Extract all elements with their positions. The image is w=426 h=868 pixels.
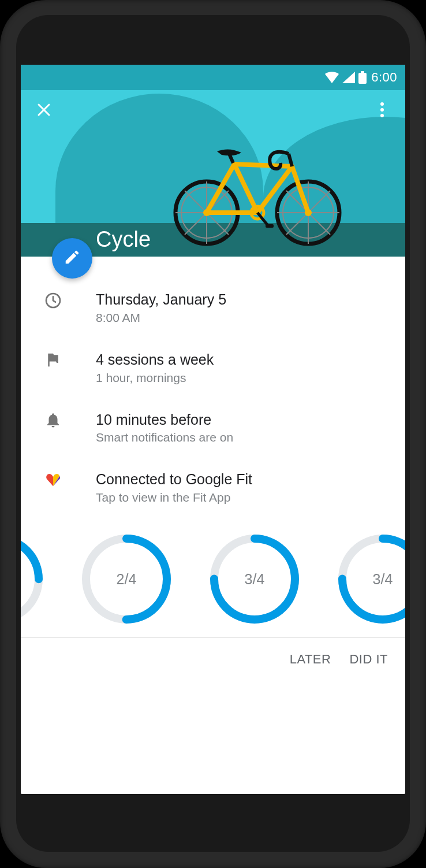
action-bar: LATER DID IT bbox=[21, 637, 405, 681]
status-bar: 6:00 bbox=[21, 65, 405, 90]
bicycle-icon bbox=[171, 138, 344, 247]
svg-rect-1 bbox=[358, 73, 367, 84]
progress-ring[interactable]: 3/4 bbox=[208, 532, 301, 626]
progress-ring[interactable]: 2/4 bbox=[80, 532, 173, 626]
detail-list: Thursday, January 5 8:00 AM 4 sessions a… bbox=[21, 257, 405, 637]
progress-ring-strip[interactable]: 1/42/43/43/4 bbox=[21, 517, 405, 637]
progress-ring[interactable]: 3/4 bbox=[336, 532, 405, 626]
fit-primary: Connected to Google Fit bbox=[96, 470, 389, 489]
svg-point-36 bbox=[380, 102, 384, 106]
goal-primary: 4 sessions a week bbox=[96, 350, 389, 370]
svg-line-19 bbox=[308, 213, 330, 235]
progress-ring-label: 2/4 bbox=[80, 532, 173, 626]
fit-secondary: Tap to view in the Fit App bbox=[96, 491, 389, 505]
progress-ring-label: 3/4 bbox=[208, 532, 301, 626]
goal-title: Cycle bbox=[96, 227, 151, 252]
screen: 6:00 bbox=[21, 65, 405, 794]
svg-point-37 bbox=[380, 108, 384, 112]
clock-icon bbox=[37, 290, 69, 310]
svg-line-10 bbox=[185, 213, 207, 235]
notify-secondary: Smart notifications are on bbox=[96, 431, 389, 444]
close-icon bbox=[36, 102, 51, 120]
svg-point-38 bbox=[380, 114, 384, 117]
later-button[interactable]: LATER bbox=[290, 652, 331, 667]
svg-line-25 bbox=[207, 164, 234, 213]
battery-icon bbox=[358, 71, 367, 84]
bell-icon bbox=[37, 410, 69, 429]
svg-line-9 bbox=[207, 213, 229, 235]
pencil-icon bbox=[63, 248, 81, 268]
svg-point-35 bbox=[305, 209, 312, 216]
row-google-fit[interactable]: Connected to Google Fit Tap to view in t… bbox=[21, 457, 405, 517]
hero-banner: Cycle bbox=[21, 90, 405, 257]
svg-rect-0 bbox=[361, 71, 364, 73]
progress-ring[interactable]: 1/4 bbox=[21, 532, 45, 626]
edit-fab[interactable] bbox=[52, 238, 92, 279]
time-primary: Thursday, January 5 bbox=[96, 290, 389, 310]
svg-point-34 bbox=[203, 209, 210, 216]
progress-ring-label: 3/4 bbox=[336, 532, 405, 626]
svg-line-8 bbox=[185, 191, 207, 213]
progress-ring-label: 1/4 bbox=[21, 532, 45, 626]
flag-icon bbox=[37, 350, 69, 369]
did-it-button[interactable]: DID IT bbox=[349, 652, 388, 667]
row-time[interactable]: Thursday, January 5 8:00 AM bbox=[21, 277, 405, 337]
svg-line-24 bbox=[292, 166, 308, 213]
goal-secondary: 1 hour, mornings bbox=[96, 371, 389, 385]
time-secondary: 8:00 AM bbox=[96, 311, 389, 325]
wifi-icon bbox=[325, 72, 339, 83]
status-icons bbox=[325, 71, 367, 84]
app-bar bbox=[21, 90, 405, 132]
svg-line-21 bbox=[308, 191, 330, 213]
close-button[interactable] bbox=[31, 98, 57, 124]
notify-primary: 10 minutes before bbox=[96, 410, 389, 430]
svg-rect-31 bbox=[266, 224, 274, 228]
row-notification[interactable]: 10 minutes before Smart notifications ar… bbox=[21, 398, 405, 458]
svg-line-20 bbox=[286, 213, 308, 235]
svg-line-26 bbox=[234, 164, 292, 166]
phone-inner: 6:00 bbox=[16, 15, 410, 852]
overflow-menu-button[interactable] bbox=[369, 98, 395, 124]
cellular-icon bbox=[342, 72, 355, 83]
more-vert-icon bbox=[380, 102, 384, 120]
phone-frame: 6:00 bbox=[0, 0, 426, 868]
status-time: 6:00 bbox=[371, 70, 397, 85]
row-goal[interactable]: 4 sessions a week 1 hour, mornings bbox=[21, 337, 405, 398]
google-fit-heart-icon bbox=[37, 470, 69, 488]
